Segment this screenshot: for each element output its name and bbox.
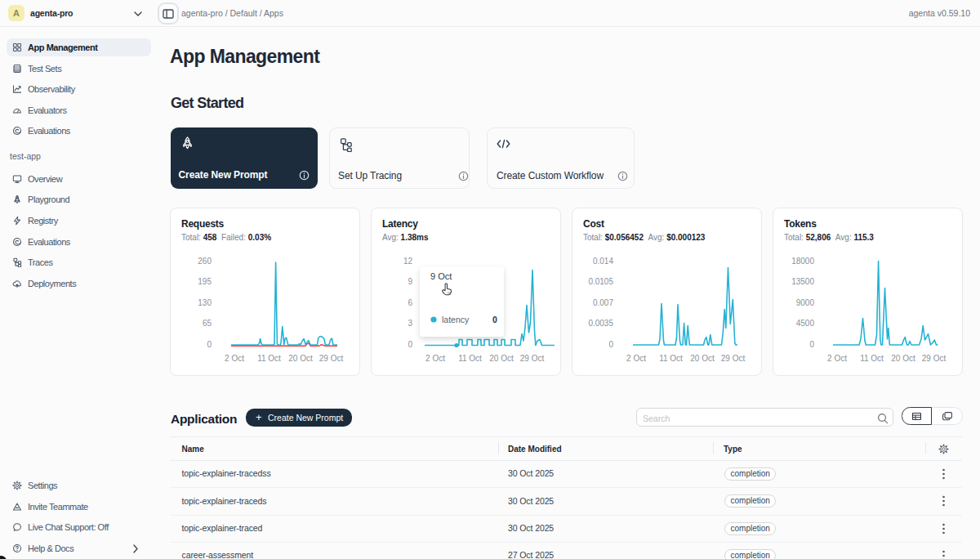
svg-text:9000: 9000 bbox=[796, 298, 815, 307]
svg-text:2 Oct: 2 Oct bbox=[225, 354, 244, 363]
svg-text:11 Oct: 11 Oct bbox=[659, 354, 683, 363]
svg-text:0: 0 bbox=[809, 340, 814, 349]
svg-text:0: 0 bbox=[608, 340, 613, 349]
svg-text:2 Oct: 2 Oct bbox=[626, 354, 646, 363]
svg-text:20 Oct: 20 Oct bbox=[891, 354, 915, 363]
svg-text:9: 9 bbox=[408, 277, 412, 286]
svg-text:0.014: 0.014 bbox=[593, 257, 613, 266]
svg-text:29 Oct: 29 Oct bbox=[922, 354, 947, 363]
svg-text:6: 6 bbox=[408, 298, 412, 307]
svg-text:0.0105: 0.0105 bbox=[588, 277, 613, 286]
svg-text:29 Oct: 29 Oct bbox=[520, 354, 545, 363]
svg-text:12: 12 bbox=[403, 257, 413, 266]
svg-text:65: 65 bbox=[203, 319, 212, 328]
svg-text:3: 3 bbox=[408, 319, 412, 328]
svg-text:11 Oct: 11 Oct bbox=[458, 354, 482, 363]
svg-text:260: 260 bbox=[198, 257, 212, 266]
svg-text:195: 195 bbox=[198, 277, 212, 286]
svg-text:11 Oct: 11 Oct bbox=[257, 354, 281, 363]
svg-text:20 Oct: 20 Oct bbox=[288, 354, 313, 363]
svg-text:0.0035: 0.0035 bbox=[588, 319, 613, 328]
svg-text:2 Oct: 2 Oct bbox=[425, 354, 445, 363]
svg-text:2 Oct: 2 Oct bbox=[827, 354, 847, 363]
svg-text:29 Oct: 29 Oct bbox=[721, 354, 746, 363]
svg-text:29 Oct: 29 Oct bbox=[319, 354, 344, 363]
svg-text:130: 130 bbox=[198, 298, 212, 307]
svg-text:11 Oct: 11 Oct bbox=[860, 354, 884, 363]
svg-text:20 Oct: 20 Oct bbox=[489, 354, 514, 363]
svg-text:13500: 13500 bbox=[791, 277, 814, 286]
svg-text:0.007: 0.007 bbox=[593, 298, 613, 307]
svg-text:20 Oct: 20 Oct bbox=[690, 354, 715, 363]
svg-text:18000: 18000 bbox=[791, 257, 814, 266]
svg-text:0: 0 bbox=[408, 340, 412, 349]
svg-text:4500: 4500 bbox=[796, 319, 815, 328]
svg-text:0: 0 bbox=[207, 340, 212, 349]
